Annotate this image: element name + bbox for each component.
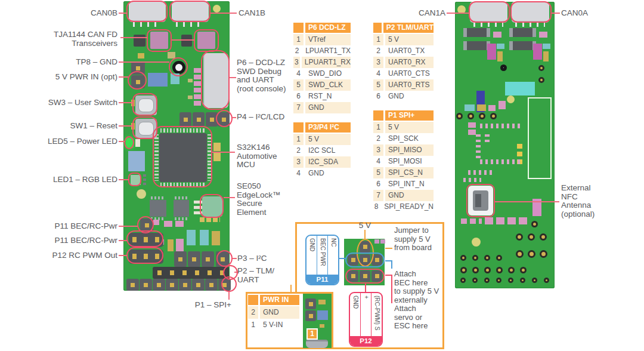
p6-connector [203, 53, 228, 108]
pin-table-cell: 2 [248, 306, 258, 319]
pinout-diagram: CAN0B TJA1144 CAN FD Transceivers TP8 – … [0, 0, 644, 351]
smd-pads [480, 124, 522, 128]
led1-rgb-led [131, 175, 141, 185]
label-5v-pwr-in: 5 V PWR IN (opt) [48, 73, 117, 82]
smd-component [128, 151, 145, 171]
through-hole-pad [484, 255, 490, 261]
pin-table-cell: 4 [293, 68, 304, 79]
pin-table-row: 15 V [373, 122, 434, 133]
callout-line [119, 125, 133, 127]
label-tp8: TP8 – GND [60, 58, 117, 67]
pin-table-row: 1VTref [293, 34, 351, 45]
mcu-leads [160, 183, 206, 187]
smd-component [505, 82, 535, 96]
p4-pin [218, 112, 230, 127]
smd-pads [151, 196, 165, 199]
p11-row-outline-blue [345, 253, 385, 267]
through-hole-pad [460, 255, 466, 261]
callout-line [224, 197, 235, 198]
p4-pin [193, 112, 205, 127]
pin-table-cell: 1 [373, 122, 383, 133]
p11-col-nc: NC [328, 236, 338, 275]
through-hole-pad [484, 278, 490, 283]
pin-table-cell: 3 [293, 156, 304, 168]
pin-table-corner [293, 23, 304, 33]
through-hole-pad [472, 278, 478, 283]
pin-table-row: 6GND [373, 91, 434, 102]
fiducial-dot [472, 238, 481, 247]
through-hole-pad [538, 77, 544, 83]
pin-table-row: 5SWD_CLK [293, 79, 351, 91]
smd-component [213, 143, 221, 151]
note-jumper: Jumper to supply 5 V from board [394, 226, 444, 253]
pin-table-cell: 5 V [385, 34, 434, 45]
smd-component [493, 32, 501, 38]
fiducial-dot [137, 189, 146, 199]
can-transceiver-chip [197, 32, 215, 49]
connector-pins [515, 21, 545, 27]
through-hole-pad [528, 233, 535, 241]
pin-table-cell: 1 [248, 319, 258, 331]
smd-component [487, 44, 496, 60]
nfc-connector-slot [475, 194, 481, 207]
through-hole-pad [496, 255, 502, 261]
pin-table-cell: SPI_READY_N [381, 201, 434, 213]
smd-pads [461, 218, 482, 224]
callout-line [552, 13, 560, 14]
note-servo: Attach servo or ESC here [394, 304, 444, 331]
callout-line [172, 39, 194, 41]
smd-chip [509, 28, 536, 37]
pwr-in-pin [305, 298, 316, 309]
p11-single-pin [140, 218, 153, 232]
pin-table-cell: UART0_CTS [385, 68, 434, 79]
p12-pin-map: GND + (RC-PWM) S P12 [349, 292, 383, 347]
nfc-antenna-outline [528, 97, 552, 179]
pin-table-row: 3I2C_SDA [293, 156, 351, 168]
p12-label: P12 [350, 336, 382, 346]
smd-pads [200, 217, 220, 222]
smd-chip [463, 28, 490, 37]
through-hole-pad [540, 233, 547, 241]
p3-pin [188, 251, 200, 267]
connector-line-blue [339, 258, 346, 259]
label-p4: P4 – I²C/LCD [237, 113, 293, 122]
connector-line-orange [385, 248, 392, 249]
pin-table-row: 4UART0_CTS [373, 68, 434, 79]
smd-component [171, 73, 179, 84]
pin-table-row: 15 V-IN [248, 319, 299, 331]
smd-component [320, 324, 324, 328]
pin-table-cell: 2 [293, 45, 301, 57]
label-tja1144: TJA1144 CAN FD Transceivers [36, 30, 117, 48]
pin-table-row: 4SWD_DIO [293, 68, 351, 79]
pin-table-cell: 2 [373, 45, 383, 57]
can0a-connector [512, 2, 549, 23]
p1-pin [140, 279, 152, 291]
p2-header-pads [157, 270, 225, 275]
smd-component [488, 105, 496, 111]
pin-table-cell: GND [260, 306, 299, 319]
pin-table-row: 15 V [373, 34, 434, 45]
pin-table-cell: 6 [373, 178, 383, 190]
callout-line [119, 226, 138, 227]
pin-table-title: P6 DCD-LZ [305, 23, 351, 33]
pin-table-cell: 5 [293, 79, 304, 91]
p3-pin [174, 251, 187, 267]
pin-table-cell: 4 [293, 168, 304, 179]
pin-table-title: P2 TLM/UART [383, 23, 434, 33]
pwr-in-pin [131, 75, 145, 88]
smd-pads [194, 68, 201, 106]
p11-pin-map: GND BEC PWR NC P11 [305, 235, 339, 285]
pin-table-cell: SPI_MOSI [385, 156, 434, 167]
pin-table-cell: RST_N [305, 91, 351, 102]
pin-table-cell: I2C_SDA [305, 156, 351, 168]
pin-table-corner [373, 23, 382, 33]
p12-col-plus: + [361, 293, 371, 336]
connector-pins [133, 21, 162, 27]
pin-table-cell: SPI_INT_N [385, 178, 434, 190]
pin-table-row: 2GND [248, 306, 299, 319]
through-hole-pad [516, 233, 523, 241]
smd-component [477, 104, 486, 111]
through-hole-pad [467, 113, 474, 119]
left-pcb [123, 1, 230, 291]
smd-pads [468, 170, 492, 175]
